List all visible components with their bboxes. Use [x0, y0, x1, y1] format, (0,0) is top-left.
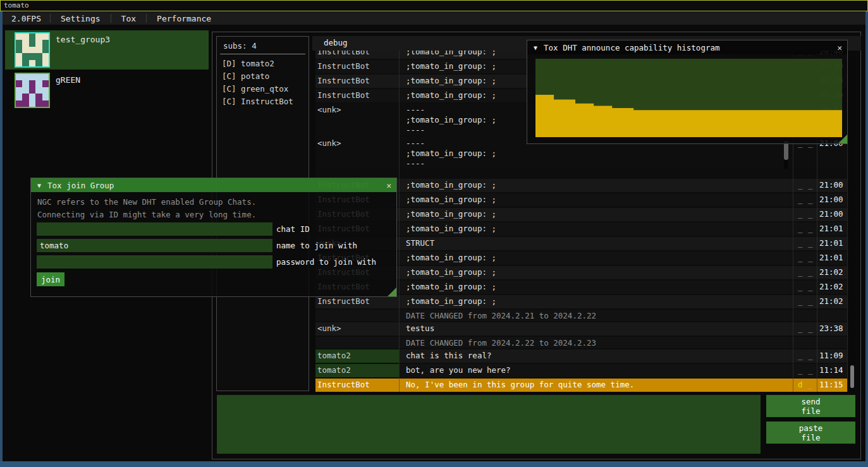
message-sender: InstructBot	[317, 61, 370, 71]
collapse-arrow-icon[interactable]: ▼	[534, 44, 537, 51]
member-item-tomato2[interactable]: [D] tomato2	[222, 58, 293, 70]
window-border-left	[0, 11, 3, 461]
message-text: ;tomato_in_group: ;	[406, 76, 496, 85]
message-input[interactable]	[217, 395, 761, 454]
message-timestamp: 21:00	[819, 209, 843, 219]
delivery-status-2: _	[808, 238, 813, 248]
message-text: ;tomato_in_group: ;	[406, 195, 496, 204]
password-to-join-with-input[interactable]	[37, 255, 272, 269]
join-button[interactable]: join	[37, 272, 64, 286]
delivery-status-1: _	[798, 253, 803, 262]
close-icon[interactable]: ✕	[386, 181, 391, 190]
join-group-window[interactable]: ▼ Tox join Group ✕ NGC refers to the New…	[30, 178, 397, 297]
resize-grip[interactable]	[838, 135, 847, 143]
join-group-title: Tox join Group	[47, 181, 114, 190]
delivery-status-2: _	[808, 324, 813, 333]
group-row-test_group3[interactable]: test_group3	[5, 30, 209, 70]
members-panel-separator	[220, 54, 305, 54]
message-text: ;tomato_in_group: ;	[406, 224, 496, 233]
dht-histogram-body	[527, 54, 847, 143]
chat-scrollbar-thumb[interactable]	[850, 365, 854, 388]
message-text: bot, are you new here?	[406, 365, 511, 375]
message-timestamp: 21:00	[819, 180, 843, 190]
delivery-status-1: _	[798, 351, 803, 360]
message-sender: tomato2	[317, 351, 351, 360]
menu-item-tox[interactable]: Tox	[111, 14, 146, 23]
paste-file-button[interactable]: paste file	[766, 422, 855, 444]
close-icon[interactable]: ✕	[837, 43, 842, 52]
message-text: ;tomato_in_group: ;	[406, 296, 496, 306]
chat-ID-input[interactable]	[37, 222, 272, 236]
delivery-status-1: _	[798, 365, 803, 375]
date-changed-row: DATE CHANGED from 2024.2.22 to 2024.2.23	[315, 337, 847, 348]
message-row[interactable]: tomato2chat is this real?__11:09	[315, 349, 847, 363]
message-sender: InstructBot	[317, 76, 370, 85]
delivery-status-2: _	[808, 282, 813, 291]
message-text: ;tomato_in_group: ;	[406, 209, 496, 219]
message-sender: InstructBot	[317, 380, 370, 389]
window-title: tomato	[4, 1, 29, 9]
send-file-label-2: file	[801, 406, 820, 416]
delivery-status-2: _	[808, 296, 813, 306]
group-avatar-icon	[15, 32, 50, 68]
message-text: ;tomato_in_group: ;	[406, 51, 496, 56]
message-timestamp: 21:02	[819, 296, 843, 306]
message-text: testus	[406, 324, 434, 333]
paste-file-label-1: paste	[799, 423, 823, 433]
message-row[interactable]: InstructBot;tomato_in_group: ;__21:02	[315, 295, 847, 308]
message-row[interactable]: InstructBotNo, I've been in this group f…	[315, 379, 847, 392]
app-root: tomato 2.0FPS SettingsToxPerformance tes…	[0, 0, 868, 467]
group-name: test_group3	[56, 35, 110, 44]
member-item-potato[interactable]: [C] potato	[222, 70, 293, 83]
join-info-line2: Connecting via ID might take a very long…	[37, 210, 256, 219]
name-to-join-with-input[interactable]	[37, 239, 272, 252]
join-group-titlebar[interactable]: ▼ Tox join Group ✕	[31, 178, 396, 192]
message-sender: InstructBot	[317, 51, 370, 56]
dht-histogram-titlebar[interactable]: ▼ Tox DHT announce capability histogram …	[527, 40, 847, 54]
delivery-status-2: _	[808, 253, 813, 262]
group-name: gREEN	[56, 75, 80, 85]
date-changed-text: DATE CHANGED from 2024.2.22 to 2024.2.23	[406, 338, 596, 348]
message-row[interactable]: tomato2bot, are you new here?__11:14	[315, 364, 847, 377]
dht-histogram-plot	[535, 59, 842, 137]
message-text: ;tomato_in_group: ;	[406, 180, 496, 190]
date-changed-text: DATE CHANGED from 2024.2.21 to 2024.2.22	[406, 311, 596, 320]
delivery-status-2: _	[808, 351, 813, 360]
delivery-status-1: _	[798, 180, 803, 190]
window-titlebar[interactable]: tomato	[0, 0, 868, 11]
delivery-status-1: d	[798, 380, 803, 389]
message-sender: <unk>	[317, 138, 341, 148]
menu-item-performance[interactable]: Performance	[147, 14, 221, 23]
collapse-arrow-icon[interactable]: ▼	[37, 182, 41, 189]
message-timestamp: 23:38	[819, 324, 843, 333]
member-item-InstructBot[interactable]: [C] InstructBot	[222, 95, 293, 108]
menu-item-settings[interactable]: Settings	[51, 14, 111, 23]
delivery-status-2: _	[808, 180, 813, 190]
group-avatar-icon	[15, 73, 50, 108]
send-file-button[interactable]: send file	[766, 395, 855, 417]
message-row[interactable]: <unk>testus__23:38	[315, 322, 847, 336]
message-timestamp: 21:02	[819, 282, 843, 291]
delivery-status-2: _	[808, 209, 813, 219]
chat-scrollbar-track[interactable]	[850, 51, 855, 392]
dht-histogram-window[interactable]: ▼ Tox DHT announce capability histogram …	[527, 40, 848, 144]
message-text: ---- ;tomato_in_group: ; ----	[406, 105, 496, 135]
message-text: ;tomato_in_group: ;	[406, 253, 496, 262]
tab-debug[interactable]: debug	[324, 38, 348, 47]
delivery-status-1: _	[798, 209, 803, 219]
group-row-gREEN[interactable]: gREEN	[5, 71, 209, 110]
delivery-status-2: _	[808, 224, 813, 233]
member-item-green_qtox[interactable]: [C] green_qtox	[222, 83, 293, 95]
message-timestamp: 21:01	[819, 224, 843, 233]
delivery-status-1: _	[798, 296, 803, 306]
dht-histogram-title: Tox DHT announce capability histogram	[544, 43, 719, 52]
message-text: ;tomato_in_group: ;	[406, 267, 496, 277]
message-text: STRUCT	[406, 238, 434, 248]
fps-counter: 2.0FPS	[3, 14, 50, 23]
delivery-status-1: _	[798, 267, 803, 277]
message-text: No, I've been in this group for quite so…	[406, 380, 634, 389]
message-sender: <unk>	[317, 105, 341, 114]
message-timestamp: 21:02	[819, 267, 843, 277]
delivery-status-1: _	[798, 224, 803, 233]
resize-grip[interactable]	[388, 288, 396, 296]
